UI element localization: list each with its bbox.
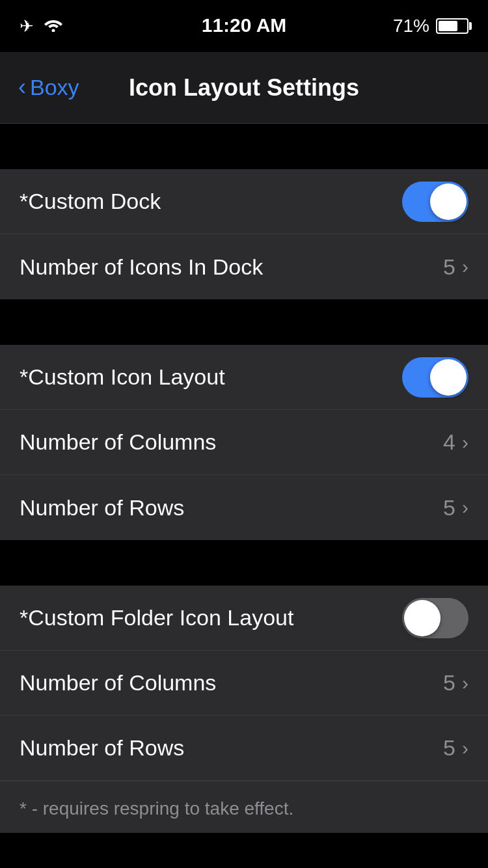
icons-in-dock-number: 5 — [443, 254, 455, 280]
toggle-thumb — [430, 183, 467, 220]
toggle-thumb-2 — [430, 359, 467, 396]
footer-note: * - requires respring to take effect. — [0, 781, 488, 833]
icon-rows-value: 5 › — [443, 495, 468, 521]
toggle-thumb-3 — [404, 600, 441, 636]
folder-rows-label: Number of Rows — [20, 735, 184, 761]
icons-in-dock-label: Number of Icons In Dock — [20, 254, 263, 280]
custom-dock-label: *Custom Dock — [20, 189, 161, 214]
custom-folder-layout-toggle[interactable] — [402, 598, 468, 638]
icon-rows-row[interactable]: Number of Rows 5 › — [0, 475, 488, 540]
back-chevron-icon: ‹ — [18, 75, 26, 99]
custom-dock-toggle[interactable] — [402, 182, 468, 222]
icon-columns-label: Number of Columns — [20, 429, 216, 455]
icon-layout-section: *Custom Icon Layout Number of Columns 4 … — [0, 345, 488, 540]
section-gap-1 — [0, 124, 488, 169]
wifi-icon — [43, 16, 64, 36]
folder-columns-number: 5 — [443, 670, 455, 696]
page-title: Icon Layout Settings — [129, 74, 359, 102]
status-time: 11:20 AM — [202, 14, 287, 36]
status-left: ✈ — [20, 16, 64, 36]
dock-section: *Custom Dock Number of Icons In Dock 5 › — [0, 169, 488, 299]
custom-icon-layout-toggle[interactable] — [402, 357, 468, 398]
chevron-right-icon-4: › — [462, 672, 468, 694]
section-gap-2 — [0, 299, 488, 345]
battery-icon — [436, 18, 468, 34]
battery-fill — [439, 21, 457, 31]
custom-folder-layout-row: *Custom Folder Icon Layout — [0, 586, 488, 651]
custom-dock-row: *Custom Dock — [0, 169, 488, 234]
folder-rows-row[interactable]: Number of Rows 5 › — [0, 716, 488, 781]
chevron-right-icon-2: › — [462, 431, 468, 454]
back-button[interactable]: ‹ Boxy — [18, 75, 79, 100]
icon-rows-number: 5 — [443, 495, 455, 521]
folder-columns-row[interactable]: Number of Columns 5 › — [0, 651, 488, 716]
chevron-right-icon-3: › — [462, 496, 468, 519]
chevron-right-icon: › — [462, 256, 468, 278]
folder-columns-label: Number of Columns — [20, 670, 216, 696]
status-bar: ✈ 11:20 AM 71% — [0, 0, 488, 52]
folder-layout-section: *Custom Folder Icon Layout Number of Col… — [0, 586, 488, 833]
svg-point-0 — [52, 29, 55, 32]
status-right: 71% — [393, 16, 468, 36]
icon-columns-number: 4 — [443, 429, 455, 455]
folder-rows-value: 5 › — [443, 735, 468, 761]
custom-icon-layout-row: *Custom Icon Layout — [0, 345, 488, 410]
icon-columns-value: 4 › — [443, 429, 468, 455]
chevron-right-icon-5: › — [462, 737, 468, 759]
battery-percentage: 71% — [393, 16, 429, 36]
airplane-icon: ✈ — [20, 16, 34, 36]
folder-columns-value: 5 › — [443, 670, 468, 696]
icon-rows-label: Number of Rows — [20, 495, 184, 521]
icons-in-dock-value: 5 › — [443, 254, 468, 280]
custom-icon-layout-label: *Custom Icon Layout — [20, 364, 225, 390]
icons-in-dock-row[interactable]: Number of Icons In Dock 5 › — [0, 234, 488, 299]
nav-bar: ‹ Boxy Icon Layout Settings — [0, 52, 488, 124]
footer-note-text: * - requires respring to take effect. — [20, 798, 293, 819]
custom-folder-layout-label: *Custom Folder Icon Layout — [20, 605, 293, 631]
folder-rows-number: 5 — [443, 735, 455, 761]
section-gap-3 — [0, 540, 488, 586]
back-label: Boxy — [30, 75, 79, 100]
icon-columns-row[interactable]: Number of Columns 4 › — [0, 410, 488, 475]
